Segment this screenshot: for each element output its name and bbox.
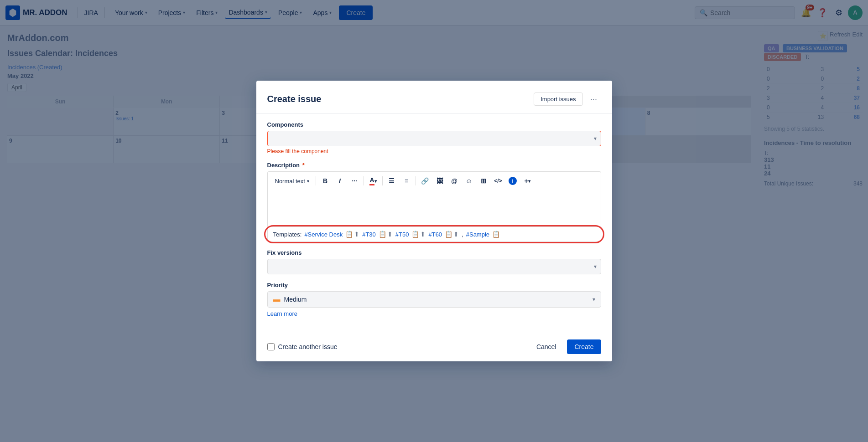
components-label: Components bbox=[267, 121, 601, 128]
footer-actions: Cancel Create bbox=[529, 339, 601, 354]
image-button[interactable]: 🖼 bbox=[433, 175, 446, 187]
table-button[interactable]: ⊞ bbox=[477, 175, 490, 187]
toolbar-divider4 bbox=[416, 176, 416, 185]
description-editor[interactable] bbox=[267, 190, 601, 226]
text-color-button[interactable]: A ▾ bbox=[367, 175, 379, 187]
more-format-button[interactable]: ··· bbox=[348, 175, 361, 187]
template-service-desk[interactable]: #Service Desk bbox=[304, 231, 343, 238]
upload-icon[interactable]: ⬆ bbox=[387, 231, 393, 238]
template-sample[interactable]: #Sample bbox=[466, 231, 489, 238]
required-indicator: * bbox=[302, 162, 305, 169]
upload-icon[interactable]: ⬆ bbox=[420, 231, 426, 238]
description-toolbar: Normal text ▾ B I ··· A ▾ ☰ ≡ bbox=[267, 171, 601, 190]
numbered-list-icon: ≡ bbox=[405, 177, 408, 185]
cancel-button[interactable]: Cancel bbox=[529, 339, 564, 354]
template-t60-icons: 📋 ⬆ bbox=[445, 231, 459, 238]
toolbar-divider2 bbox=[364, 176, 364, 185]
table-icon: ⊞ bbox=[481, 177, 486, 185]
numbered-list-button[interactable]: ≡ bbox=[400, 175, 413, 187]
create-another-label[interactable]: Create another issue bbox=[278, 343, 338, 350]
description-label: Description * bbox=[267, 162, 601, 169]
templates-label: Templates: bbox=[273, 231, 302, 238]
template-t30-icons: 📋 ⬆ bbox=[379, 231, 393, 238]
image-icon: 🖼 bbox=[437, 177, 443, 185]
fix-versions-select-wrapper: ▾ bbox=[267, 259, 601, 274]
modal-header-actions: Import issues ··· bbox=[534, 92, 601, 106]
chevron-down-icon: ▾ bbox=[307, 179, 309, 184]
chevron-down-icon: ▾ bbox=[593, 296, 595, 303]
emoji-button[interactable]: ☺ bbox=[463, 175, 475, 187]
info-button[interactable]: i bbox=[506, 175, 519, 187]
upload-icon[interactable]: ⬆ bbox=[354, 231, 359, 238]
priority-value: Medium bbox=[284, 296, 589, 303]
modal-body: Components ▾ Please fill the component D… bbox=[256, 114, 612, 332]
priority-label: Priority bbox=[267, 282, 601, 288]
chevron-down-icon: ▾ bbox=[374, 179, 377, 184]
create-button[interactable]: Create bbox=[567, 339, 601, 354]
template-service-desk-icons: 📋 ⬆ bbox=[345, 231, 359, 238]
copy-icon[interactable]: 📋 bbox=[411, 231, 419, 238]
modal-more-button[interactable]: ··· bbox=[587, 92, 601, 106]
components-error: Please fill the component bbox=[267, 148, 601, 154]
copy-icon[interactable]: 📋 bbox=[492, 231, 500, 238]
template-t50-icons: 📋 ⬆ bbox=[411, 231, 426, 238]
more-options-button[interactable]: + ▾ bbox=[521, 175, 534, 187]
copy-icon[interactable]: 📋 bbox=[345, 231, 353, 238]
import-issues-button[interactable]: Import issues bbox=[534, 93, 582, 106]
templates-row: Templates: #Service Desk 📋 ⬆ #T30 📋 ⬆ #T… bbox=[267, 226, 601, 242]
upload-icon[interactable]: ⬆ bbox=[453, 231, 459, 238]
modal-overlay[interactable]: Create issue Import issues ··· Component… bbox=[0, 0, 868, 442]
bullet-list-button[interactable]: ☰ bbox=[385, 175, 398, 187]
fix-versions-label: Fix versions bbox=[267, 249, 601, 256]
italic-button[interactable]: I bbox=[333, 175, 346, 187]
learn-more-link[interactable]: Learn more bbox=[267, 310, 601, 317]
toolbar-divider bbox=[316, 176, 316, 185]
template-t60[interactable]: #T60 bbox=[428, 231, 442, 238]
emoji-icon: ☺ bbox=[466, 177, 472, 185]
priority-select[interactable]: ▬ Medium ▾ bbox=[267, 291, 601, 308]
copy-icon[interactable]: 📋 bbox=[445, 231, 452, 238]
bullet-list-icon: ☰ bbox=[389, 177, 395, 185]
create-another-row: Create another issue bbox=[267, 343, 338, 350]
modal-title: Create issue bbox=[267, 94, 322, 104]
mention-button[interactable]: @ bbox=[448, 175, 461, 187]
copy-icon[interactable]: 📋 bbox=[379, 231, 386, 238]
template-comma-sample: , bbox=[462, 231, 463, 238]
priority-medium-icon: ▬ bbox=[273, 295, 281, 303]
code-button[interactable]: </> bbox=[492, 175, 504, 187]
info-icon: i bbox=[509, 177, 517, 185]
components-select-wrapper: ▾ bbox=[267, 131, 601, 146]
priority-field: Priority ▬ Medium ▾ Learn more bbox=[267, 282, 601, 317]
toolbar-divider3 bbox=[382, 176, 383, 185]
description-field: Description * Normal text ▾ B I ··· A bbox=[267, 162, 601, 242]
components-select[interactable] bbox=[267, 131, 601, 146]
components-field: Components ▾ Please fill the component bbox=[267, 121, 601, 154]
plus-icon: + bbox=[524, 177, 528, 185]
more-icon: ··· bbox=[590, 94, 597, 104]
fix-versions-select[interactable] bbox=[267, 259, 601, 274]
chevron-down-icon: ▾ bbox=[528, 179, 530, 184]
link-button[interactable]: 🔗 bbox=[419, 175, 431, 187]
text-style-dropdown[interactable]: Normal text ▾ bbox=[271, 175, 313, 187]
fix-versions-field: Fix versions ▾ bbox=[267, 249, 601, 274]
modal-footer: Create another issue Cancel Create bbox=[256, 332, 612, 361]
create-another-checkbox[interactable] bbox=[267, 343, 275, 350]
template-t30[interactable]: #T30 bbox=[362, 231, 376, 238]
modal-header: Create issue Import issues ··· bbox=[256, 81, 612, 114]
mention-icon: @ bbox=[451, 177, 457, 185]
link-icon: 🔗 bbox=[421, 177, 429, 185]
create-issue-modal: Create issue Import issues ··· Component… bbox=[256, 81, 612, 361]
bold-button[interactable]: B bbox=[319, 175, 332, 187]
code-icon: </> bbox=[494, 178, 502, 184]
template-t50[interactable]: #T50 bbox=[395, 231, 409, 238]
